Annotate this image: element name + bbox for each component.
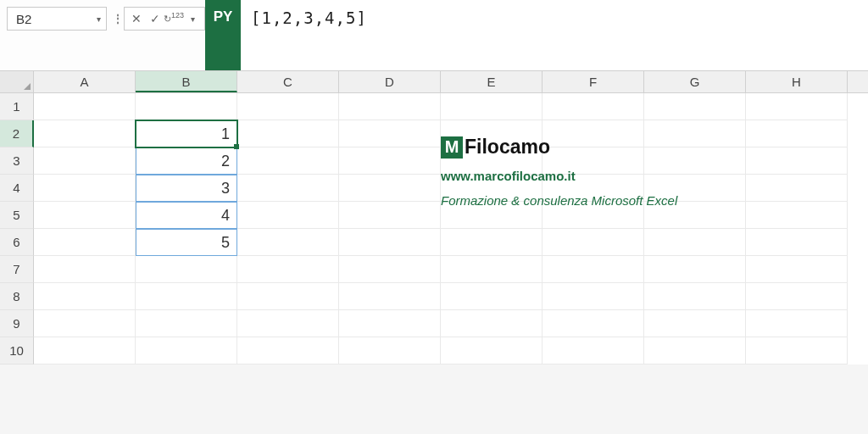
row-header-2[interactable]: 2: [0, 120, 34, 147]
cell-B1[interactable]: [136, 93, 237, 120]
cell-F1[interactable]: [542, 93, 644, 120]
col-header-H[interactable]: H: [746, 71, 848, 92]
formula-button-group: ✕ ✓ ↻123 ▾: [124, 7, 205, 31]
row-header-8[interactable]: 8: [0, 283, 34, 310]
row-header-4[interactable]: 4: [0, 175, 34, 202]
cell-E7[interactable]: [441, 256, 542, 283]
cell-D8[interactable]: [339, 283, 441, 310]
col-header-B[interactable]: B: [136, 71, 237, 92]
cell-A6[interactable]: [34, 229, 136, 256]
cell-D10[interactable]: [339, 337, 441, 364]
refresh-icon[interactable]: ↻123: [165, 10, 182, 27]
cell-A8[interactable]: [34, 283, 136, 310]
col-header-G[interactable]: G: [644, 71, 746, 92]
cell-E1[interactable]: [441, 93, 542, 120]
grid-rows: 1 2 1 3 2: [0, 93, 868, 364]
cell-G9[interactable]: [644, 310, 746, 337]
formula-input[interactable]: [1,2,3,4,5]: [241, 0, 868, 70]
cell-B8[interactable]: [136, 283, 237, 310]
cell-G8[interactable]: [644, 283, 746, 310]
cell-B9[interactable]: [136, 310, 237, 337]
row-header-7[interactable]: 7: [0, 256, 34, 283]
cell-A2[interactable]: [34, 120, 136, 147]
cell-H6[interactable]: [746, 229, 848, 256]
name-box[interactable]: B2 ▾: [7, 7, 107, 31]
cell-A4[interactable]: [34, 175, 136, 202]
row-header-3[interactable]: 3: [0, 147, 34, 175]
cell-F8[interactable]: [542, 283, 644, 310]
col-header-C[interactable]: C: [237, 71, 339, 92]
cell-D6[interactable]: [339, 229, 441, 256]
cell-C5[interactable]: [237, 202, 339, 229]
cell-H1[interactable]: [746, 93, 848, 120]
cell-F10[interactable]: [542, 337, 644, 364]
col-header-E[interactable]: E: [441, 71, 542, 92]
col-header-A[interactable]: A: [34, 71, 136, 92]
cell-C6[interactable]: [237, 229, 339, 256]
cell-G7[interactable]: [644, 256, 746, 283]
col-header-F[interactable]: F: [542, 71, 644, 92]
cell-C8[interactable]: [237, 283, 339, 310]
cell-G6[interactable]: [644, 229, 746, 256]
cell-B2[interactable]: 1: [136, 120, 237, 147]
cell-H10[interactable]: [746, 337, 848, 364]
cell-C9[interactable]: [237, 310, 339, 337]
cell-H7[interactable]: [746, 256, 848, 283]
cell-E8[interactable]: [441, 283, 542, 310]
cell-D2[interactable]: [339, 120, 441, 147]
cell-D7[interactable]: [339, 256, 441, 283]
cell-A5[interactable]: [34, 202, 136, 229]
cell-C10[interactable]: [237, 337, 339, 364]
cell-G1[interactable]: [644, 93, 746, 120]
enter-icon[interactable]: ✓: [147, 10, 164, 27]
brand-logo-icon: M: [441, 136, 463, 159]
cell-H3[interactable]: [746, 147, 848, 175]
row-header-9[interactable]: 9: [0, 310, 34, 337]
spreadsheet-grid: A B C D E F G H 1 2 1: [0, 71, 868, 364]
cell-B6[interactable]: 5: [136, 229, 237, 256]
cell-E10[interactable]: [441, 337, 542, 364]
cell-D9[interactable]: [339, 310, 441, 337]
cell-B10[interactable]: [136, 337, 237, 364]
row-header-5[interactable]: 5: [0, 202, 34, 229]
cell-B3[interactable]: 2: [136, 147, 237, 175]
cell-B7[interactable]: [136, 256, 237, 283]
row-header-10[interactable]: 10: [0, 337, 34, 364]
cell-A9[interactable]: [34, 310, 136, 337]
cell-E9[interactable]: [441, 310, 542, 337]
cell-H4[interactable]: [746, 175, 848, 202]
cell-B4[interactable]: 3: [136, 175, 237, 202]
cell-D5[interactable]: [339, 202, 441, 229]
cell-F9[interactable]: [542, 310, 644, 337]
brand-logo-letter: M: [445, 137, 459, 157]
cell-G10[interactable]: [644, 337, 746, 364]
cell-H5[interactable]: [746, 202, 848, 229]
chevron-down-icon[interactable]: ▾: [184, 10, 201, 27]
cell-H8[interactable]: [746, 283, 848, 310]
cell-C2[interactable]: [237, 120, 339, 147]
cell-H9[interactable]: [746, 310, 848, 337]
cell-C3[interactable]: [237, 147, 339, 175]
cell-F6[interactable]: [542, 229, 644, 256]
row-2: 2 1: [0, 120, 868, 147]
cell-E6[interactable]: [441, 229, 542, 256]
col-header-D[interactable]: D: [339, 71, 441, 92]
cell-F7[interactable]: [542, 256, 644, 283]
cell-D1[interactable]: [339, 93, 441, 120]
cell-C4[interactable]: [237, 175, 339, 202]
cell-B5[interactable]: 4: [136, 202, 237, 229]
cell-D3[interactable]: [339, 147, 441, 175]
select-all-corner[interactable]: [0, 71, 34, 92]
cell-C7[interactable]: [237, 256, 339, 283]
cell-A3[interactable]: [34, 147, 136, 175]
row-header-1[interactable]: 1: [0, 93, 34, 120]
cell-C1[interactable]: [237, 93, 339, 120]
row-4: 4 3: [0, 175, 868, 202]
cell-A7[interactable]: [34, 256, 136, 283]
cell-D4[interactable]: [339, 175, 441, 202]
cell-A1[interactable]: [34, 93, 136, 120]
cancel-icon[interactable]: ✕: [128, 10, 145, 27]
row-header-6[interactable]: 6: [0, 229, 34, 256]
cell-H2[interactable]: [746, 120, 848, 147]
cell-A10[interactable]: [34, 337, 136, 364]
